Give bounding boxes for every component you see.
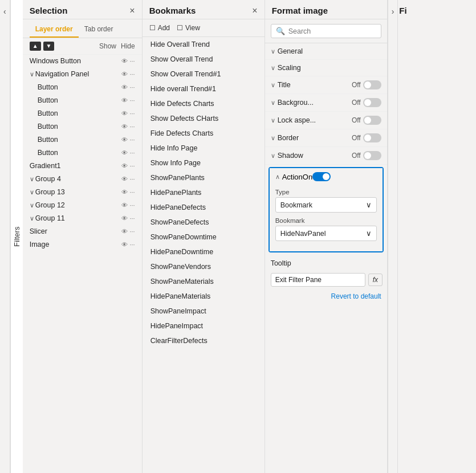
- background-toggle[interactable]: [363, 98, 381, 107]
- list-item[interactable]: Button 👁 ···: [23, 133, 142, 146]
- fx-button[interactable]: fx: [368, 274, 383, 286]
- bookmark-item[interactable]: HidePaneDefects: [143, 200, 265, 215]
- title-toggle[interactable]: [363, 80, 381, 89]
- tooltip-input[interactable]: [271, 273, 365, 287]
- action-header[interactable]: ∧ Action On: [270, 168, 383, 185]
- type-label: Type: [275, 189, 377, 195]
- action-bookmark-field: Bookmark HideNavPanel ∨: [275, 217, 377, 241]
- chevron-down-icon: ∨: [30, 176, 34, 183]
- tab-tab-order[interactable]: Tab order: [79, 23, 119, 38]
- list-item[interactable]: Gradient1 👁 ···: [23, 160, 142, 173]
- list-item[interactable]: Button 👁 ···: [23, 107, 142, 120]
- list-item[interactable]: Image 👁 ···: [23, 238, 142, 251]
- bookmark-item[interactable]: ShowPaneImpact: [143, 304, 265, 319]
- bookmark-item[interactable]: Fide Defects Charts: [143, 126, 265, 141]
- list-item[interactable]: ∨ Group 13 👁 ···: [23, 186, 142, 199]
- selection-toolbar: ▲ ▼ Show Hide: [23, 38, 142, 55]
- eye-icon: 👁: [121, 241, 128, 248]
- list-item[interactable]: ∨ Group 12 👁 ···: [23, 199, 142, 212]
- bookmark-item[interactable]: ShowPaneMaterials: [143, 274, 265, 289]
- selection-panel: Selection × Layer order Tab order ▲ ▼ Sh…: [23, 0, 143, 473]
- selection-close-button[interactable]: ×: [129, 6, 135, 15]
- list-item[interactable]: ∨ Group 11 👁 ···: [23, 212, 142, 225]
- search-input[interactable]: [288, 27, 378, 35]
- back-arrow-button[interactable]: ‹: [0, 0, 10, 473]
- bookmark-item[interactable]: ShowPanePlants: [143, 170, 265, 185]
- action-toggle[interactable]: [312, 172, 331, 181]
- bookmark-item[interactable]: HidePaneMaterials: [143, 289, 265, 304]
- bookmark-item[interactable]: ShowPaneDefects: [143, 215, 265, 230]
- bookmark-item[interactable]: Show Overall Trend: [143, 52, 265, 67]
- bookmark-item[interactable]: Hide Overall Trend: [143, 37, 265, 52]
- bookmark-label: Bookmark: [275, 217, 377, 224]
- border-toggle[interactable]: [363, 133, 381, 142]
- show-label: Show: [99, 42, 116, 50]
- format-row-border[interactable]: ∨ Border Off: [265, 129, 387, 146]
- view-bookmark-button[interactable]: ☐ View: [177, 24, 200, 32]
- list-item[interactable]: Slicer 👁 ···: [23, 225, 142, 238]
- hide-label: Hide: [121, 42, 135, 50]
- format-row-general[interactable]: ∨ General: [265, 43, 387, 59]
- bookmarks-close-button[interactable]: ×: [252, 6, 257, 15]
- item-label: Button: [38, 149, 121, 157]
- dots-icon: ···: [130, 58, 135, 64]
- type-chevron-icon: ∨: [366, 201, 372, 209]
- item-icons: 👁 ···: [121, 176, 135, 182]
- bookmark-item[interactable]: HidePaneImpact: [143, 319, 265, 333]
- bookmarks-panel: Bookmarks × ☐ Add ☐ View Hide Overall Tr…: [143, 0, 265, 473]
- lockaspect-toggle[interactable]: [363, 116, 381, 125]
- format-panel: Format image × 🔍 ∨ General ∨ Scaling ∨: [265, 0, 388, 473]
- bookmark-select[interactable]: HideNavPanel ∨: [275, 226, 377, 241]
- bookmark-item[interactable]: Hide overall Trend#1: [143, 81, 265, 96]
- bookmark-item[interactable]: Hide Info Page: [143, 141, 265, 156]
- dots-icon: ···: [130, 123, 135, 130]
- item-icons: 👁 ···: [121, 84, 135, 91]
- show-hide-labels: Show Hide: [99, 42, 135, 50]
- format-list: ∨ General ∨ Scaling ∨ Title Off: [265, 43, 387, 473]
- chevron-down-icon: ∨: [30, 215, 34, 222]
- format-header: Format image ×: [265, 0, 387, 19]
- shadow-toggle[interactable]: [363, 151, 381, 160]
- list-item[interactable]: Button 👁 ···: [23, 94, 142, 107]
- fmt-value-border: Off: [352, 134, 361, 142]
- format-row-lockaspect[interactable]: ∨ Lock aspe... Off: [265, 112, 387, 129]
- bookmark-item[interactable]: Show Overall Trend#1: [143, 67, 265, 81]
- format-row-title[interactable]: ∨ Title Off: [265, 76, 387, 93]
- filters-tab[interactable]: Filters: [10, 0, 23, 473]
- item-label: Windows Button: [30, 57, 121, 65]
- list-item[interactable]: Button 👁 ···: [23, 81, 142, 94]
- tab-layer-order[interactable]: Layer order: [30, 23, 79, 38]
- bookmark-item[interactable]: HidePanePlants: [143, 185, 265, 200]
- item-icons: 👁 ···: [121, 215, 135, 222]
- list-item[interactable]: Windows Button 👁 ···: [23, 55, 142, 68]
- dots-icon: ···: [130, 84, 135, 91]
- list-item[interactable]: Button 👁 ···: [23, 146, 142, 160]
- right-arrow-button[interactable]: ›: [388, 0, 398, 473]
- type-select[interactable]: Bookmark ∨: [275, 197, 377, 213]
- bookmark-item[interactable]: ShowPaneDowntime: [143, 230, 265, 244]
- format-row-scaling[interactable]: ∨ Scaling: [265, 60, 387, 76]
- format-section-title: ∨ Title Off: [265, 76, 387, 94]
- selection-list: Windows Button 👁 ··· ∨ Navigation Panel …: [23, 55, 142, 473]
- bookmark-item[interactable]: HidePaneDowntime: [143, 244, 265, 259]
- format-row-shadow[interactable]: ∨ Shadow Off: [265, 147, 387, 164]
- item-icons: 👁 ···: [121, 228, 135, 235]
- selection-header: Selection ×: [23, 0, 142, 19]
- eye-icon: 👁: [121, 71, 128, 78]
- list-item[interactable]: Button 👁 ···: [23, 120, 142, 133]
- move-up-button[interactable]: ▲: [30, 42, 41, 51]
- list-item[interactable]: ∨ Group 4 👁 ···: [23, 173, 142, 186]
- add-bookmark-button[interactable]: ☐ Add: [149, 24, 170, 32]
- move-down-button[interactable]: ▼: [43, 42, 55, 51]
- bookmark-item[interactable]: Show Info Page: [143, 156, 265, 170]
- revert-link[interactable]: Revert to default: [265, 290, 387, 304]
- eye-icon: 👁: [121, 189, 128, 195]
- bookmark-item[interactable]: ClearFilterDefects: [143, 333, 265, 348]
- bookmark-item[interactable]: Show Defects CHarts: [143, 111, 265, 126]
- bookmark-item[interactable]: Hide Defects Charts: [143, 96, 265, 111]
- format-title: Format image: [272, 6, 328, 15]
- format-row-background[interactable]: ∨ Backgrou... Off: [265, 94, 387, 111]
- bookmarks-toolbar: ☐ Add ☐ View: [143, 19, 265, 37]
- list-item[interactable]: ∨ Navigation Panel 👁 ···: [23, 68, 142, 81]
- bookmark-item[interactable]: ShowPaneVendors: [143, 259, 265, 274]
